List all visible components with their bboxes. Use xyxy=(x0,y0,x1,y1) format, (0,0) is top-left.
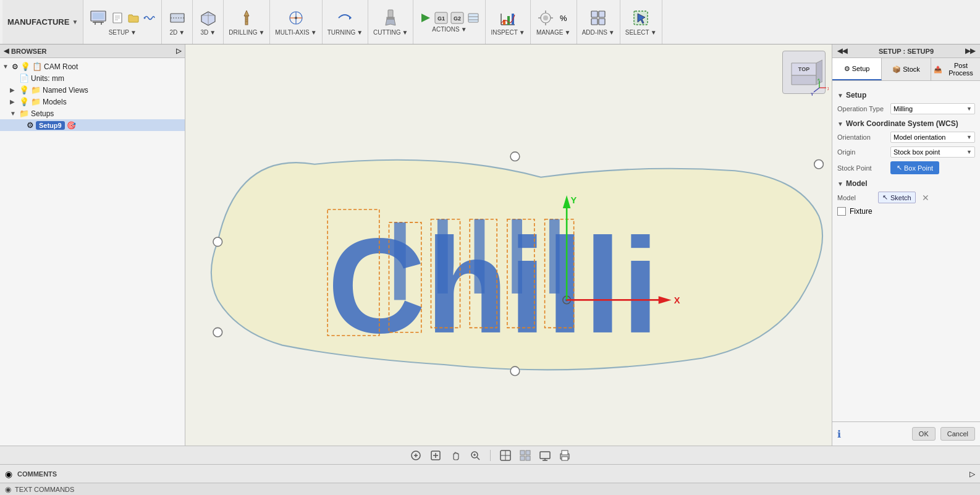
tab-setup[interactable]: ⚙ Setup xyxy=(832,58,882,80)
model-section-header: ▼ Model xyxy=(837,179,975,188)
bottom-toolbar-zoom-icon[interactable] xyxy=(468,448,483,463)
model-label: Model xyxy=(837,194,874,201)
inspect-group[interactable]: INSPECT ▼ xyxy=(486,0,530,44)
setup-group[interactable]: SETUP ▼ xyxy=(83,0,162,44)
ok-button[interactable]: OK xyxy=(912,427,936,441)
units-icon: 📄 xyxy=(19,74,29,83)
right-panel-expand-icon[interactable]: ▶▶ xyxy=(965,47,975,55)
svg-point-38 xyxy=(543,15,548,20)
svg-marker-24 xyxy=(421,14,430,22)
bottom-toolbar-pan-icon[interactable] xyxy=(428,448,443,463)
svg-text:X: X xyxy=(827,87,829,91)
manufacture-menu[interactable]: MANUFACTURE ▼ xyxy=(2,0,83,44)
actions-group[interactable]: G1 G2 ACTIONS ▼ xyxy=(413,0,486,44)
actions-dropdown-arrow: ▼ xyxy=(461,26,467,33)
svg-rect-65 xyxy=(512,219,522,294)
bottom-toolbar-display-icon[interactable] xyxy=(538,448,552,463)
text-commands-collapse-icon[interactable]: ◉ xyxy=(5,485,11,494)
tree-item-setup9[interactable]: ⚙ Setup9 🎯 xyxy=(0,119,185,131)
setup-section-arrow[interactable]: ▼ xyxy=(837,92,843,99)
setup9-icon: ⚙ xyxy=(27,121,34,130)
svg-text:G2: G2 xyxy=(454,15,461,22)
right-panel-collapse-icon[interactable]: ◀◀ xyxy=(837,47,847,55)
model-value-chip[interactable]: ↖ Sketch xyxy=(878,192,916,203)
cutting-label: CUTTING xyxy=(373,29,400,36)
svg-rect-64 xyxy=(475,219,485,294)
cutting-group[interactable]: CUTTING ▼ xyxy=(368,0,413,44)
svg-point-52 xyxy=(814,159,824,169)
operation-type-value: Milling xyxy=(893,105,913,112)
svg-point-51 xyxy=(510,152,520,161)
cancel-button[interactable]: Cancel xyxy=(940,427,975,441)
select-group[interactable]: SELECT ▼ xyxy=(620,0,662,44)
svg-line-92 xyxy=(477,457,479,460)
orientation-dropdown[interactable]: Model orientation ▼ xyxy=(890,132,975,143)
browser-collapse-icon[interactable]: ◀ xyxy=(4,47,9,55)
separator-1 xyxy=(490,450,491,461)
viewport[interactable]: Chilli Y X xyxy=(185,44,832,446)
text-commands-bar: ◉ TEXT COMMANDS xyxy=(0,483,980,495)
operation-type-arrow: ▼ xyxy=(966,106,972,112)
tab-post-process[interactable]: 📤 Post Process xyxy=(931,58,980,80)
operation-type-dropdown[interactable]: Milling ▼ xyxy=(890,103,975,114)
comments-collapse-icon[interactable]: ◉ xyxy=(5,469,12,479)
tree-item-named-views[interactable]: ▶ 💡 📁 Named Views xyxy=(0,84,185,96)
browser-expand-icon[interactable]: ▷ xyxy=(176,47,181,55)
bottom-toolbar-fit-icon[interactable] xyxy=(408,448,423,463)
2d-group[interactable]: 2D ▼ xyxy=(162,0,193,44)
svg-text:Y: Y xyxy=(811,92,814,96)
svg-text:TOP: TOP xyxy=(798,66,809,72)
add-ins-group[interactable]: ADD-INS ▼ xyxy=(577,0,620,44)
add-ins-dropdown-arrow: ▼ xyxy=(609,29,615,36)
fixture-checkbox[interactable] xyxy=(837,207,846,216)
svg-text:X: X xyxy=(674,295,680,305)
svg-point-54 xyxy=(510,366,520,376)
box-point-button[interactable]: ↖ Box Point xyxy=(890,161,939,174)
units-label: Units: mm xyxy=(31,74,64,83)
svg-rect-1 xyxy=(93,13,104,19)
multi-axis-group[interactable]: MULTI-AXIS ▼ xyxy=(270,0,322,44)
tree-item-units[interactable]: 📄 Units: mm xyxy=(0,72,185,84)
comments-expand-icon[interactable]: ▷ xyxy=(969,470,975,478)
setup-icon-folder xyxy=(127,11,140,25)
origin-dropdown[interactable]: Stock box point ▼ xyxy=(890,146,975,158)
tree-item-cam-root[interactable]: ▼ ⚙ 💡 📋 CAM Root xyxy=(0,61,185,72)
models-arrow: ▶ xyxy=(10,98,17,105)
svg-rect-62 xyxy=(394,222,406,300)
right-panel-tabs: ⚙ Setup 📦 Stock 📤 Post Process xyxy=(832,58,980,81)
bottom-toolbar-view-icon[interactable] xyxy=(498,448,513,463)
bottom-toolbar-print-icon[interactable] xyxy=(557,448,572,463)
select-label: SELECT xyxy=(625,29,649,36)
right-panel: ◀◀ SETUP : SETUP9 ▶▶ ⚙ Setup 📦 Stock 📤 P… xyxy=(832,44,980,446)
turning-group[interactable]: TURNING ▼ xyxy=(323,0,368,44)
manage-group[interactable]: % MANAGE ▼ xyxy=(531,0,577,44)
bottom-toolbar-grid-icon[interactable] xyxy=(518,448,533,463)
add-ins-label: ADD-INS xyxy=(582,29,607,36)
view-cube[interactable]: TOP X Z Y xyxy=(782,51,826,94)
model-remove-icon[interactable]: ✕ xyxy=(922,193,929,203)
model-section-arrow[interactable]: ▼ xyxy=(837,180,843,187)
setup-label: SETUP xyxy=(109,29,129,36)
tab-stock[interactable]: 📦 Stock xyxy=(882,58,931,80)
named-views-folder-icon: 📁 xyxy=(31,85,41,95)
drilling-group[interactable]: DRILLING ▼ xyxy=(224,0,270,44)
3d-label: 3D xyxy=(200,29,208,36)
svg-point-9 xyxy=(144,17,146,19)
multi-axis-label: MULTI-AXIS xyxy=(275,29,309,36)
tab-setup-label: Setup xyxy=(852,65,870,72)
orientation-label: Orientation xyxy=(837,133,887,141)
box-point-cursor-icon: ↖ xyxy=(897,164,902,172)
setup-section-label: Setup xyxy=(846,91,866,99)
bottom-toolbar-hand-icon[interactable] xyxy=(448,448,463,463)
svg-point-20 xyxy=(295,17,297,19)
tree-item-setups[interactable]: ▼ 📁 Setups xyxy=(0,108,185,119)
main-area: ◀ BROWSER ▷ ▼ ⚙ 💡 📋 CAM Root 📄 Units: mm xyxy=(0,44,980,446)
manage-icon xyxy=(536,8,555,28)
wcs-section-arrow[interactable]: ▼ xyxy=(837,121,843,127)
tree-item-models[interactable]: ▶ 💡 📁 Models xyxy=(0,96,185,108)
cutting-dropdown-arrow: ▼ xyxy=(402,29,408,36)
right-panel-header: ◀◀ SETUP : SETUP9 ▶▶ xyxy=(832,44,980,58)
svg-rect-98 xyxy=(520,451,525,455)
3d-group[interactable]: 3D ▼ xyxy=(193,0,224,44)
setup-dropdown-arrow: ▼ xyxy=(130,29,137,36)
